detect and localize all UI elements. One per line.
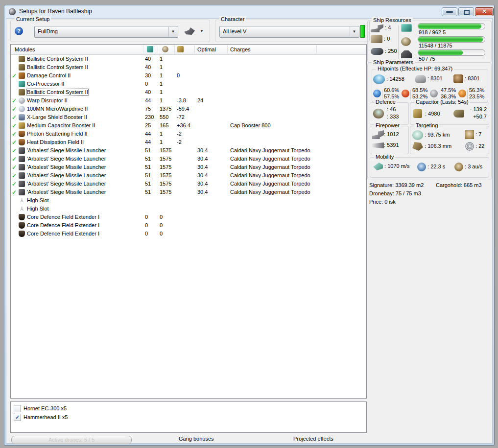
capacitor-group: Capacitor (Lasts: 54s) : 4980 - 139.2 +5… [410,102,489,125]
column-modules[interactable]: Modules [15,47,35,52]
table-row[interactable]: Ballistic Control System II 40 1 [11,63,366,71]
module-name[interactable]: 'Arbalest' Siege Missile Launcher [27,147,106,153]
table-row[interactable]: ✓ Heat Dissipation Field II 44 1 -2 [11,138,366,146]
help-icon[interactable]: ? [15,27,23,35]
module-name[interactable]: Photon Scattering Field II [27,131,88,137]
table-row[interactable]: Core Defence Field Extender I 0 0 [11,230,366,238]
free-turrets: : 4 [371,24,391,32]
cpu-value: 0 [145,214,148,220]
powergrid-value: 0 [160,231,163,236]
sensor-strength: : 22 [465,142,484,151]
damage-control-icon [19,72,25,79]
character-select[interactable]: All level V ▼ [219,26,359,38]
table-row[interactable]: ✓ 'Arbalest' Siege Missile Launcher 51 1… [11,163,366,171]
cpu-value: 30 [145,72,151,78]
table-row[interactable]: ✓ Photon Scattering Field II 44 1 -2 [11,130,366,138]
ship-parameters-label: Ship Parameters [372,59,415,65]
module-name[interactable]: Ballistic Control System II [27,56,88,62]
table-row[interactable]: ✓ Damage Control II 30 1 0 [11,71,366,80]
table-row[interactable]: ✓ 'Arbalest' Siege Missile Launcher 51 1… [11,155,366,163]
setup-select[interactable]: FullDmg ▼ [34,26,178,38]
gang-bonuses-label[interactable]: Gang bonuses [179,436,214,442]
module-name[interactable]: Heat Dissipation Field II [27,139,84,145]
module-name[interactable]: 'Arbalest' Siege Missile Launcher [27,156,106,162]
cpu-value: 40 [145,56,151,62]
module-name[interactable]: Core Defence Field Extender I [27,214,99,220]
table-row[interactable]: ✓ Warp Disruptor II 44 1 -3.8 24 [11,96,366,105]
setup-select-value: FullDmg [38,28,58,34]
module-name[interactable]: Damage Control II [27,72,71,78]
active-drones-button[interactable]: Active drones: 5 / 5 [11,436,132,444]
check-icon: ✓ [12,164,17,171]
cpu-value: 0 [145,231,148,236]
module-name[interactable]: Ballistic Control System II [27,64,88,70]
module-name[interactable]: Ballistic Control System II [27,89,88,95]
module-name[interactable]: 100MN MicroWarpdrive II [27,106,88,112]
module-name[interactable]: High Slot [27,197,49,203]
modules-table-header[interactable]: Modules Optimal Charges [11,45,366,55]
cpu-value: 40 [145,64,151,70]
table-row[interactable]: Co-Processor II 0 1 [11,80,366,88]
checkbox[interactable]: ✓ [14,414,21,421]
powergrid-icon[interactable] [162,46,168,52]
cap-value: +36.4 [177,122,190,128]
cap-value: -72 [177,114,185,120]
table-row[interactable]: ✓ X-Large Shield Booster II 230 550 -72 [11,113,366,121]
module-name[interactable]: 'Arbalest' Siege Missile Launcher [27,172,106,178]
chevron-down-icon[interactable]: ▼ [350,27,358,37]
table-row[interactable]: ✓ 'Arbalest' Siege Missile Launcher 51 1… [11,146,366,155]
module-name[interactable]: Medium Capacitor Booster II [27,122,95,128]
table-row[interactable]: Core Defence Field Extender I 0 0 [11,213,366,221]
table-row[interactable]: Core Defence Field Extender I 0 0 [11,221,366,230]
module-name[interactable]: 'Arbalest' Siege Missile Launcher [27,164,106,170]
module-name[interactable]: X-Large Shield Booster II [27,114,87,120]
module-name[interactable]: High Slot [27,206,49,212]
structure-icon [453,74,463,83]
targeting-label: Targeting [414,122,439,128]
table-row[interactable]: Ballistic Control System II 40 1 [11,55,366,63]
drones-list[interactable]: Hornet EC-300 x5 ✓ Hammerhead II x5 [10,401,367,433]
module-name[interactable]: Core Defence Field Extender I [27,231,99,236]
client-area: Current Setup ? FullDmg ▼ ▼ Character Al… [6,18,493,444]
column-optimal[interactable]: Optimal [197,47,216,52]
table-row[interactable]: Ballistic Control System II 40 1 [11,88,366,96]
cpu-icon[interactable] [147,46,153,52]
charges-value: Caldari Navy Juggernaut Torpedo [230,189,310,195]
bcs-icon [19,56,25,62]
module-name[interactable]: 'Arbalest' Siege Missile Launcher [27,181,106,187]
module-name[interactable]: Co-Processor II [27,81,64,87]
modules-table[interactable]: Modules Optimal Charges Ballistic Contro… [10,44,367,399]
powergrid-value: 1575 [160,164,171,170]
shield-booster-icon [19,114,25,120]
table-row[interactable]: ✓ 100MN MicroWarpdrive II 75 1375 -59.4 [11,105,366,113]
defence-group: Defence : 46 : 333 [370,102,409,125]
close-button[interactable]: ✕ [475,7,494,16]
module-name[interactable]: 'Arbalest' Siege Missile Launcher [27,189,106,195]
checkbox[interactable] [14,405,21,412]
warp-speed: : 3 au/s [454,163,482,171]
ship-menu-button[interactable]: ▼ [182,26,205,37]
maximize-button[interactable] [458,7,474,16]
projected-effects-label[interactable]: Projected effects [293,436,333,442]
minimize-button[interactable] [442,7,457,16]
calibration-icon [371,48,383,55]
drone-bandwidth-icon [401,50,412,58]
character-select-value: All level V [223,28,246,34]
column-charges[interactable]: Charges [230,47,251,52]
hitpoints-label: Hitpoints (Effective HP: 69,347) [376,66,454,71]
module-name[interactable]: Core Defence Field Extender I [27,222,99,228]
table-row[interactable]: ✓ 'Arbalest' Siege Missile Launcher 51 1… [11,171,366,180]
table-row[interactable]: ⅄ High Slot [11,196,366,205]
table-row[interactable]: ✓ Medium Capacitor Booster II 25 165 +36… [11,121,366,130]
cap-value: -2 [177,131,182,137]
signature-text: Signature: 3369.39 m2 [369,182,424,188]
title-bar[interactable]: Setups for Raven Battleship ✕ [4,5,494,18]
targeting-range-icon [412,130,423,140]
table-row[interactable]: ⅄ High Slot [11,205,366,213]
capacitor-icon[interactable] [177,46,184,52]
cpu-value: 230 [145,114,154,120]
chevron-down-icon[interactable]: ▼ [168,27,177,37]
table-row[interactable]: ✓ 'Arbalest' Siege Missile Launcher 51 1… [11,188,366,196]
table-row[interactable]: ✓ 'Arbalest' Siege Missile Launcher 51 1… [11,180,366,188]
module-name[interactable]: Warp Disruptor II [27,97,68,103]
